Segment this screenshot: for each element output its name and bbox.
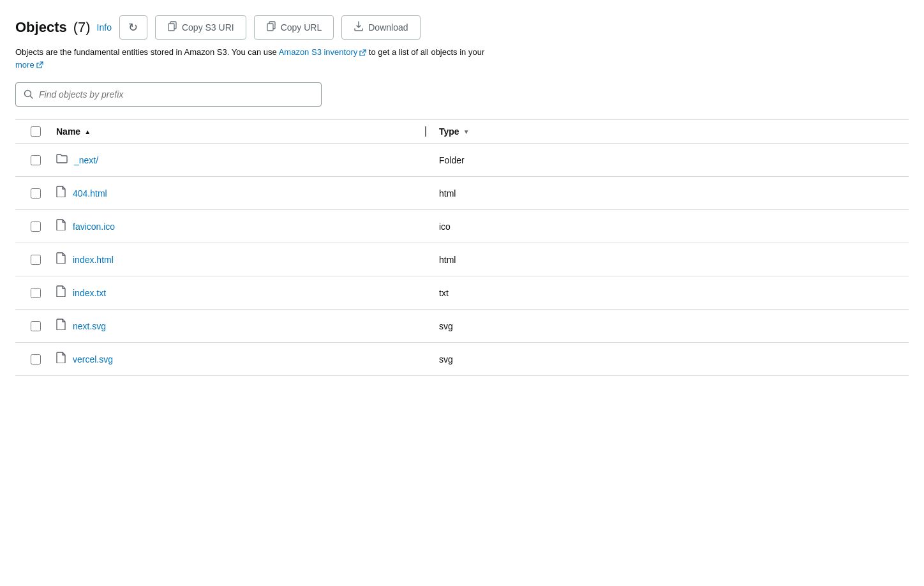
- table-row: index.txt txt: [15, 276, 909, 310]
- file-link[interactable]: index.txt: [73, 288, 106, 298]
- file-icon: [56, 252, 66, 267]
- copy-s3-uri-button[interactable]: Copy S3 URI: [155, 15, 246, 40]
- row-checkbox-col: [15, 321, 56, 331]
- copy-s3-uri-label: Copy S3 URI: [182, 22, 234, 33]
- description: Objects are the fundamental entities sto…: [15, 46, 653, 71]
- object-count: (7): [73, 19, 91, 36]
- name-column-header: Name ▲: [56, 126, 426, 137]
- table-row: _next/ Folder: [15, 144, 909, 177]
- row-type-col: html: [426, 188, 909, 199]
- row-name-col: index.txt: [56, 285, 426, 300]
- row-checkbox-1[interactable]: [31, 188, 41, 199]
- search-input[interactable]: [39, 89, 313, 100]
- row-type-col: ico: [426, 222, 909, 232]
- svg-rect-1: [168, 24, 174, 31]
- table-header: Name ▲ Type ▼: [15, 120, 909, 144]
- row-checkbox-col: [15, 188, 56, 199]
- row-name-col: 404.html: [56, 186, 426, 200]
- file-icon: [56, 319, 66, 333]
- select-all-checkbox[interactable]: [31, 126, 41, 137]
- download-button[interactable]: Download: [341, 15, 420, 40]
- type-column-header: Type ▼: [426, 126, 909, 137]
- row-checkbox-4[interactable]: [31, 288, 41, 298]
- row-checkbox-col: [15, 354, 56, 364]
- download-icon: [354, 21, 364, 34]
- table-row: favicon.ico ico: [15, 210, 909, 243]
- file-icon: [56, 186, 66, 200]
- row-checkbox-col: [15, 255, 56, 265]
- row-type-col: html: [426, 255, 909, 265]
- table-row: 404.html html: [15, 177, 909, 210]
- row-checkbox-0[interactable]: [31, 155, 41, 165]
- download-label: Download: [368, 22, 408, 33]
- svg-rect-3: [267, 24, 273, 31]
- file-icon: [56, 352, 66, 366]
- row-type-col: Folder: [426, 155, 909, 165]
- file-icon: [56, 285, 66, 300]
- file-link[interactable]: 404.html: [73, 188, 107, 199]
- file-link[interactable]: next.svg: [73, 321, 106, 331]
- row-checkbox-col: [15, 288, 56, 298]
- table-row: next.svg svg: [15, 310, 909, 343]
- row-checkbox-6[interactable]: [31, 354, 41, 364]
- row-checkbox-2[interactable]: [31, 222, 41, 232]
- table-row: index.html html: [15, 243, 909, 276]
- copy-s3-uri-icon: [167, 21, 177, 34]
- row-name-col: _next/: [56, 153, 426, 167]
- folder-icon: [56, 153, 68, 167]
- file-link[interactable]: favicon.ico: [73, 222, 115, 232]
- row-name-col: index.html: [56, 252, 426, 267]
- row-name-col: next.svg: [56, 319, 426, 333]
- header-checkbox-col: [15, 126, 56, 137]
- row-checkbox-col: [15, 155, 56, 165]
- amazon-s3-inventory-link[interactable]: Amazon S3 inventory: [279, 47, 367, 57]
- file-link[interactable]: _next/: [74, 155, 98, 165]
- search-icon: [24, 89, 34, 100]
- row-checkbox-col: [15, 222, 56, 232]
- file-icon: [56, 219, 66, 234]
- row-checkbox-3[interactable]: [31, 255, 41, 265]
- table-row: vercel.svg svg: [15, 343, 909, 376]
- objects-table: Name ▲ Type ▼ _next/ Folder: [15, 119, 909, 376]
- copy-url-icon: [266, 21, 276, 34]
- table-body: _next/ Folder 404.html html: [15, 144, 909, 376]
- header-row: Objects (7) Info ↻ Copy S3 URI: [15, 15, 909, 40]
- row-name-col: vercel.svg: [56, 352, 426, 366]
- type-sort-icon[interactable]: ▼: [463, 128, 470, 135]
- page: Objects (7) Info ↻ Copy S3 URI: [0, 0, 924, 586]
- refresh-button[interactable]: ↻: [119, 15, 147, 40]
- row-type-col: svg: [426, 354, 909, 364]
- copy-url-label: Copy URL: [281, 22, 322, 33]
- refresh-icon: ↻: [128, 20, 138, 34]
- row-name-col: favicon.ico: [56, 219, 426, 234]
- file-link[interactable]: vercel.svg: [73, 354, 113, 364]
- more-link[interactable]: more: [15, 60, 43, 70]
- row-type-col: txt: [426, 288, 909, 298]
- description-text-before: Objects are the fundamental entities sto…: [15, 47, 279, 57]
- search-row: [15, 82, 909, 107]
- row-type-col: svg: [426, 321, 909, 331]
- copy-url-button[interactable]: Copy URL: [254, 15, 334, 40]
- title-group: Objects (7) Info: [15, 19, 112, 36]
- page-title: Objects: [15, 19, 67, 36]
- file-link[interactable]: index.html: [73, 255, 114, 265]
- row-checkbox-5[interactable]: [31, 321, 41, 331]
- description-text-after: to get a list of all objects in your: [366, 47, 484, 57]
- info-link[interactable]: Info: [97, 22, 112, 33]
- name-sort-asc-icon[interactable]: ▲: [84, 128, 91, 135]
- search-box: [15, 82, 322, 107]
